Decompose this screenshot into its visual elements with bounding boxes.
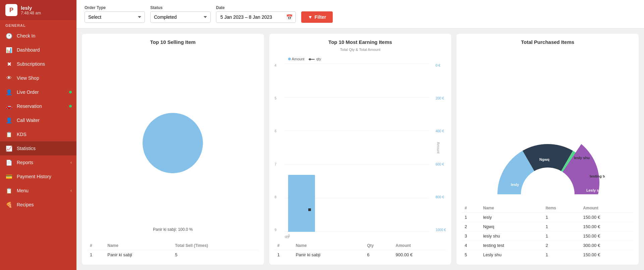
chart-earning-items: Top 10 Most Earning Items Total Qty & To…: [269, 34, 451, 265]
status-group: Status Completed: [150, 5, 211, 23]
svg-point-2: [309, 58, 311, 60]
sidebar-item-check-in[interactable]: 🕐 Check In: [0, 29, 76, 43]
qty-axis-label: qty: [285, 235, 289, 239]
col-num: #: [87, 241, 105, 250]
chart2-table: # Name Qty Amount 1Panir ki sabji6900.00…: [275, 241, 446, 259]
col-name3: Name: [480, 204, 543, 213]
sidebar-item-statistics[interactable]: 📈 Statistics: [0, 141, 76, 155]
payment-history-icon: 💳: [5, 173, 13, 180]
order-type-label: Order Type: [85, 5, 145, 10]
sidebar-item-subscriptions[interactable]: ✖ Subscriptions: [0, 57, 76, 71]
chart1-table: # Name Total Sell (Times) 1Panir ki sabj…: [87, 241, 259, 259]
pie-chart: [136, 106, 210, 180]
col-amount: Amount: [393, 241, 446, 250]
table-row: 5Lesly shu1150.00 €: [462, 250, 633, 260]
col-qty: Qty: [364, 241, 393, 250]
col-name2: Name: [293, 241, 365, 250]
sidebar-item-reports[interactable]: 📄 Reports ‹: [0, 155, 76, 170]
date-group: Date 📅: [216, 5, 296, 23]
sidebar-item-label: Reports: [17, 160, 33, 165]
sidebar-item-label: Statistics: [17, 146, 36, 151]
reservation-icon: 🚗: [5, 103, 13, 110]
subscriptions-icon: ✖: [5, 60, 13, 68]
table-row: 2Ngwq1150.00 €: [462, 222, 633, 231]
col-name: Name: [105, 241, 172, 250]
user-info: lesly 7:48:48 am: [21, 5, 41, 15]
chevron-icon: ‹: [70, 160, 72, 165]
notification-dot: [69, 91, 72, 93]
charts-area: Top 10 Selling Item Panir ki sabji: 100.…: [76, 28, 644, 270]
date-input-wrapper: 📅: [216, 11, 296, 23]
legend-qty: qty: [309, 57, 321, 61]
status-select[interactable]: Completed: [150, 11, 211, 23]
date-label: Date: [216, 5, 296, 10]
bar-chart-area: Amount qty 9 8 7 6 5 4: [275, 54, 446, 239]
chart-purchased-items: Total Purchased Items: [457, 34, 639, 265]
semi-donut-chart: lesly Ngwq lesly shu testing test Lesly …: [491, 134, 605, 198]
sidebar-item-menu[interactable]: 📋 Menu ‹: [0, 184, 76, 198]
chart3-table: # Name Items Amount 1lesly1150.00 €2Ngwq…: [462, 204, 633, 259]
order-type-group: Order Type Select: [85, 5, 145, 23]
current-time: 7:48:48 am: [21, 11, 41, 15]
col-amount3: Amount: [581, 204, 633, 213]
svg-text:testing test: testing test: [590, 174, 605, 178]
sidebar-item-label: Subscriptions: [17, 61, 45, 67]
sidebar-item-label: Menu: [17, 188, 29, 193]
semi-chart-container: lesly Ngwq lesly shu testing test Lesly …: [462, 48, 633, 201]
reports-icon: 📄: [5, 159, 13, 166]
y-labels-left: 9 8 7 6 5 4: [275, 64, 277, 232]
table-row: 1Panir ki sabji6900.00 €: [275, 250, 446, 260]
chart1-title: Top 10 Selling Item: [87, 39, 259, 45]
recipes-icon: 🍕: [5, 201, 13, 208]
svg-text:lesly: lesly: [511, 183, 519, 187]
sidebar-item-payment-history[interactable]: 💳 Payment History: [0, 170, 76, 184]
sidebar-item-reservation[interactable]: 🚗 Reservation: [0, 99, 76, 113]
date-input[interactable]: [219, 12, 286, 22]
chart2-subtitle: Total Qty & Total Amount: [275, 48, 446, 52]
live-order-icon: 👤: [5, 88, 13, 96]
table-row: 4testing test2300.00 €: [462, 241, 633, 250]
kds-icon: 📋: [5, 131, 13, 138]
sidebar-item-dashboard[interactable]: 📊 Dashboard: [0, 43, 76, 57]
svg-point-0: [143, 113, 203, 173]
chart-selling-item: Top 10 Selling Item Panir ki sabji: 100.…: [82, 34, 264, 265]
col-num3: #: [462, 204, 480, 213]
view-shop-icon: 👁: [5, 74, 13, 82]
status-label: Status: [150, 5, 211, 10]
sidebar-item-label: Live Order: [17, 89, 39, 95]
filter-icon: ▼: [308, 14, 313, 20]
section-label: GENERAL: [0, 20, 76, 29]
col-sell: Total Sell (Times): [172, 241, 259, 250]
table-row: 1lesly1150.00 €: [462, 213, 633, 222]
notification-dot: [69, 105, 72, 108]
chart2-title: Top 10 Most Earning Items: [275, 39, 446, 45]
sidebar-item-live-order[interactable]: 👤 Live Order: [0, 85, 76, 99]
bars-wrapper: [288, 64, 426, 232]
qty-dot: [308, 208, 311, 211]
sidebar-item-kds[interactable]: 📋 KDS: [0, 127, 76, 141]
sidebar-item-call-waiter[interactable]: 👤 Call Waiter: [0, 113, 76, 127]
chevron-icon: ‹: [70, 188, 72, 193]
filter-bar: Order Type Select Status Completed Date …: [76, 0, 644, 28]
order-type-select[interactable]: Select: [85, 11, 145, 23]
sidebar-item-label: Check In: [17, 33, 35, 39]
dashboard-icon: 📊: [5, 46, 13, 54]
calendar-icon[interactable]: 📅: [286, 14, 293, 20]
filter-button[interactable]: ▼ Filter: [301, 11, 333, 23]
statistics-icon: 📈: [5, 145, 13, 152]
menu-icon: 📋: [5, 187, 13, 194]
sidebar-header: P lesly 7:48:48 am: [0, 0, 76, 20]
sidebar-item-view-shop[interactable]: 👁 View Shop: [0, 71, 76, 85]
bar-legend: Amount qty: [288, 57, 321, 61]
svg-text:Lesly shu: Lesly shu: [586, 188, 603, 192]
app-logo: P: [5, 4, 17, 16]
pie-chart-container: Panir ki sabji: 100.0 %: [87, 48, 259, 239]
sidebar-nav: 🕐 Check In 📊 Dashboard ✖ Subscriptions 👁…: [0, 29, 76, 212]
table-row: 1Panir ki sabji5: [87, 250, 259, 260]
sidebar-item-label: Recipes: [17, 202, 34, 207]
bar-chart-inner: 9 8 7 6 5 4 1000 € 800 € 600 € 400 € 200…: [285, 64, 429, 232]
sidebar-item-label: Payment History: [17, 174, 51, 179]
sidebar-item-recipes[interactable]: 🍕 Recipes: [0, 198, 76, 212]
sidebar-item-label: View Shop: [17, 75, 39, 81]
pie-tooltip: Panir ki sabji: 100.0 %: [153, 227, 193, 232]
